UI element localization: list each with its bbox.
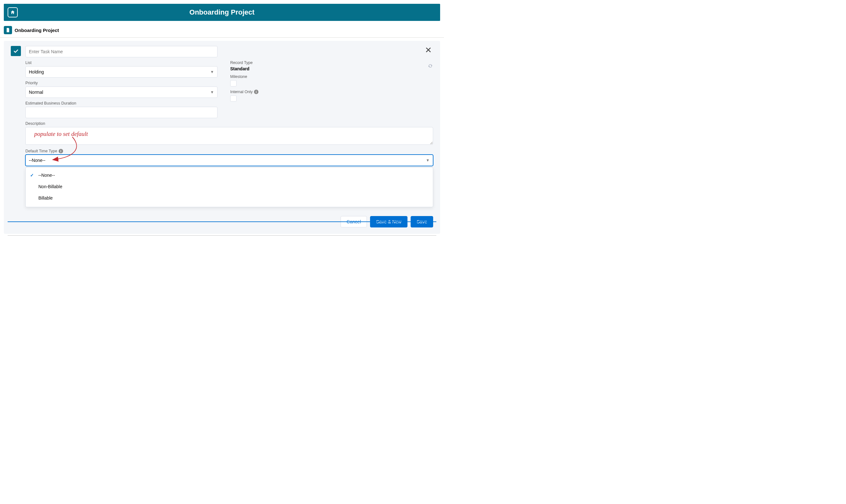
record-type-value: Standard	[230, 66, 433, 71]
dropdown-option-label: --None--	[38, 173, 55, 178]
info-icon[interactable]: i	[59, 149, 63, 153]
save-button[interactable]: Save	[411, 216, 433, 228]
priority-label: Priority	[25, 81, 218, 85]
default-time-type-dropdown: ✓ --None-- Non-Billable Billable	[25, 167, 433, 207]
chevron-down-icon: ▼	[426, 158, 430, 162]
record-type-label: Record Type	[230, 60, 433, 65]
refresh-button[interactable]	[428, 63, 433, 70]
cancel-button[interactable]: Cancel	[341, 216, 367, 228]
description-label: Description	[25, 121, 433, 126]
priority-select[interactable]: Normal ▼	[25, 87, 218, 98]
record-context-title: Onboarding Project	[15, 28, 59, 33]
duration-input[interactable]	[25, 107, 218, 118]
task-name-input[interactable]	[25, 46, 218, 57]
internal-only-label-text: Internal Only	[230, 90, 253, 94]
refresh-icon	[428, 63, 433, 69]
list-select[interactable]: Holding ▼	[25, 66, 218, 78]
dropdown-option-non-billable[interactable]: Non-Billable	[26, 181, 433, 192]
description-textarea[interactable]	[25, 127, 433, 145]
info-icon[interactable]: i	[254, 90, 258, 94]
save-and-new-button[interactable]: Save & New	[370, 216, 408, 228]
check-icon: ✓	[30, 173, 34, 178]
dropdown-option-label: Non-Billable	[38, 184, 62, 189]
home-icon	[10, 10, 15, 15]
list-label: List	[25, 60, 218, 65]
milestone-label: Milestone	[230, 74, 433, 79]
default-time-type-value: --None--	[29, 158, 45, 163]
close-icon: ✕	[425, 45, 432, 55]
default-time-type-label-text: Default Time Type	[25, 149, 57, 153]
dropdown-option-label: Billable	[38, 196, 53, 200]
priority-select-value: Normal	[29, 90, 43, 95]
dropdown-option-none[interactable]: ✓ --None--	[26, 169, 433, 181]
task-complete-icon	[11, 46, 21, 56]
dropdown-option-billable[interactable]: Billable	[26, 192, 433, 204]
milestone-checkbox[interactable]	[230, 80, 237, 87]
default-time-type-select[interactable]: --None-- ▼	[25, 155, 433, 166]
page-title: Onboarding Project	[18, 8, 436, 17]
internal-only-checkbox[interactable]	[230, 95, 237, 102]
list-select-value: Holding	[29, 69, 44, 74]
chevron-down-icon: ▼	[210, 70, 214, 74]
default-time-type-label: Default Time Type i	[25, 149, 433, 153]
header-divider	[0, 37, 444, 38]
close-button[interactable]: ✕	[424, 46, 433, 54]
record-type-icon	[4, 26, 12, 34]
internal-only-label: Internal Only i	[230, 90, 433, 94]
duration-label: Estimated Business Duration	[25, 101, 218, 106]
home-button[interactable]	[7, 7, 18, 17]
chevron-down-icon: ▼	[210, 90, 214, 94]
